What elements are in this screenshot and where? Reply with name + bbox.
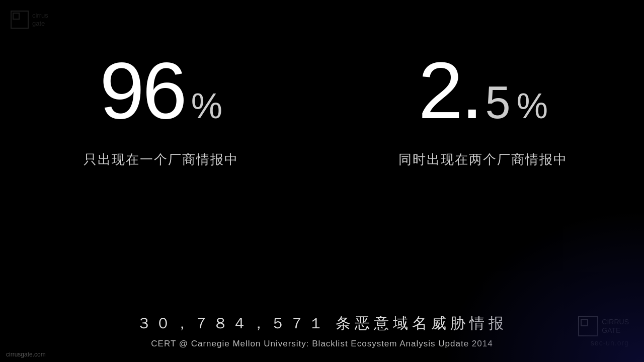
stat-percent-1: % <box>191 88 222 124</box>
cirrusgate-icon-bottom <box>578 316 599 337</box>
stat-percent-2: % <box>517 88 548 124</box>
stat-block-1: 96 % 只出现在一个厂商情报中 <box>0 50 322 168</box>
cirrusgate-icon-top <box>10 10 29 29</box>
stat-desc-1: 只出现在一个厂商情报中 <box>84 151 238 168</box>
stat-value-2-int: 2. <box>418 50 481 131</box>
stat-number-2: 2. 5 % <box>418 50 548 131</box>
sec-watermark: sec-un.org <box>591 339 629 347</box>
cirrusgate-logo-bottom: CIRRUSGATE <box>578 316 629 337</box>
cirrusgate-text-top: cirrus gate <box>32 12 48 27</box>
stat-number-1: 96 % <box>100 50 222 131</box>
svg-rect-3 <box>581 319 588 326</box>
stats-row: 96 % 只出现在一个厂商情报中 2. 5 % 同时出现在两个厂商情报中 <box>0 50 644 168</box>
main-content: cirrus gate 96 % 只出现在一个厂商情报中 2. 5 % 同时出现… <box>0 0 644 362</box>
malicious-count: ３０，７８４，５７１ 条恶意域名威胁情报 <box>136 313 508 334</box>
stat-desc-2: 同时出现在两个厂商情报中 <box>398 151 568 168</box>
stat-value-2-dec: 5 <box>486 80 511 125</box>
stat-block-2: 2. 5 % 同时出现在两个厂商情报中 <box>322 50 644 168</box>
svg-rect-1 <box>13 13 19 19</box>
cirrusgate-url: cirrusgate.com <box>6 351 46 358</box>
watermark-bottom-right: CIRRUSGATE sec-un.org <box>578 316 629 347</box>
bottom-section: ３０，７８４，５７１ 条恶意域名威胁情报 CERT @ Carnegie Mel… <box>0 313 644 362</box>
watermark-top-left-logo: cirrus gate <box>10 10 48 29</box>
cirrusgate-text-bottom: CIRRUSGATE <box>602 318 629 335</box>
stat-value-1: 96 <box>100 50 185 131</box>
cert-line: CERT @ Carnegie Mellon University: Black… <box>151 339 493 349</box>
watermark-bottom-left: cirrusgate.com <box>6 351 46 358</box>
